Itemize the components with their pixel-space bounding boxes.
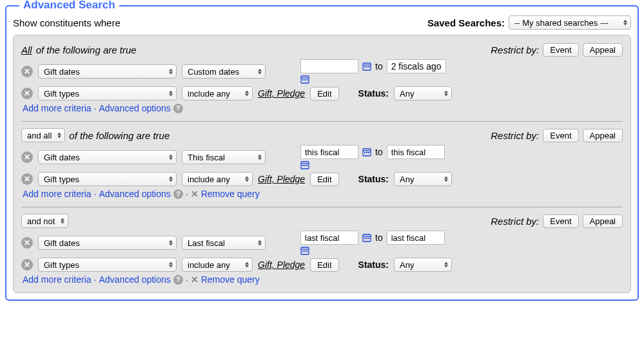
advanced-options-link[interactable]: Advanced options bbox=[99, 189, 170, 199]
remove-query-x-icon[interactable]: ✕ bbox=[191, 274, 199, 285]
include-select[interactable]: include any bbox=[182, 258, 253, 272]
query-panel: All of the following are true Restrict b… bbox=[13, 35, 631, 293]
field-select[interactable]: Gift types bbox=[38, 258, 177, 272]
gift-pledge-link[interactable]: Gift, Pledge bbox=[258, 174, 305, 184]
calendar-icon[interactable] bbox=[300, 75, 309, 84]
calendar-icon[interactable] bbox=[362, 147, 371, 157]
svg-rect-27 bbox=[302, 251, 304, 252]
include-select[interactable]: include any bbox=[182, 172, 253, 186]
remove-criteria-icon[interactable]: ✕ bbox=[21, 237, 33, 249]
svg-rect-13 bbox=[366, 152, 367, 153]
restrict-event-button[interactable]: Event bbox=[543, 43, 578, 57]
from-date-input[interactable] bbox=[300, 231, 358, 245]
join-select[interactable]: and not bbox=[21, 214, 68, 228]
remove-criteria-icon[interactable]: ✕ bbox=[21, 88, 33, 99]
help-icon[interactable]: ? bbox=[173, 104, 183, 113]
gift-pledge-link[interactable]: Gift, Pledge bbox=[258, 88, 305, 99]
group-title: and all of the following are true bbox=[21, 128, 170, 142]
restrict-event-button[interactable]: Event bbox=[543, 214, 578, 228]
restrict-controls: Restrict by: Event Appeal bbox=[491, 43, 623, 57]
from-date-input[interactable] bbox=[300, 145, 358, 159]
updown-icon bbox=[245, 91, 249, 97]
advanced-options-link[interactable]: Advanced options bbox=[99, 103, 170, 113]
updown-icon bbox=[169, 240, 173, 246]
svg-rect-24 bbox=[368, 238, 369, 239]
field-select[interactable]: Gift dates bbox=[38, 150, 177, 164]
to-date-input[interactable] bbox=[387, 145, 445, 159]
remove-query-link[interactable]: Remove query bbox=[201, 189, 260, 199]
updown-icon bbox=[169, 91, 173, 97]
remove-criteria-icon[interactable]: ✕ bbox=[21, 66, 33, 77]
svg-rect-22 bbox=[364, 238, 366, 239]
status-label: Status: bbox=[358, 88, 389, 99]
query-group: All of the following are true Restrict b… bbox=[21, 41, 623, 117]
saved-searches: Saved Searches: -- My shared searches --… bbox=[427, 15, 631, 30]
restrict-appeal-button[interactable]: Appeal bbox=[583, 43, 623, 57]
edit-button[interactable]: Edit bbox=[310, 87, 338, 100]
svg-rect-8 bbox=[304, 79, 306, 81]
criteria-row: ✕ Gift dates Last fiscal to bbox=[21, 231, 623, 255]
updown-icon bbox=[169, 69, 173, 75]
add-more-criteria-link[interactable]: Add more criteria bbox=[23, 274, 92, 285]
help-icon[interactable]: ? bbox=[173, 189, 183, 199]
updown-icon bbox=[245, 176, 249, 182]
from-date-input[interactable] bbox=[300, 59, 358, 73]
updown-icon bbox=[258, 155, 262, 160]
help-icon[interactable]: ? bbox=[173, 275, 183, 285]
edit-button[interactable]: Edit bbox=[310, 258, 338, 272]
restrict-event-button[interactable]: Event bbox=[543, 129, 578, 142]
to-label: to bbox=[375, 61, 383, 71]
restrict-controls: Restrict by: Event Appeal bbox=[491, 129, 623, 142]
add-more-criteria-link[interactable]: Add more criteria bbox=[23, 103, 92, 113]
group-header: All of the following are true Restrict b… bbox=[21, 43, 623, 57]
group-title: and not bbox=[21, 214, 68, 228]
status-select[interactable]: Any bbox=[394, 86, 452, 100]
svg-rect-7 bbox=[302, 79, 304, 81]
all-link[interactable]: All bbox=[21, 44, 32, 55]
svg-rect-17 bbox=[302, 165, 304, 166]
group-footer: Add more criteria · Advanced options ? ·… bbox=[21, 274, 623, 285]
remove-criteria-icon[interactable]: ✕ bbox=[21, 151, 33, 163]
field-select[interactable]: Gift types bbox=[38, 172, 177, 186]
saved-searches-label: Saved Searches: bbox=[427, 17, 505, 28]
restrict-appeal-button[interactable]: Appeal bbox=[583, 214, 623, 228]
calendar-icon[interactable] bbox=[362, 62, 371, 71]
edit-button[interactable]: Edit bbox=[310, 173, 338, 186]
svg-rect-19 bbox=[306, 165, 307, 166]
criteria-row: ✕ Gift dates This fiscal to bbox=[21, 145, 623, 169]
updown-icon bbox=[169, 262, 173, 268]
query-group: and not Restrict by: Event Appeal ✕ Gift… bbox=[21, 207, 623, 289]
restrict-appeal-button[interactable]: Appeal bbox=[583, 129, 623, 142]
remove-query-link[interactable]: Remove query bbox=[201, 274, 260, 285]
field-select[interactable]: Gift dates bbox=[38, 236, 177, 250]
group-footer: Add more criteria · Advanced options ? ·… bbox=[21, 189, 623, 199]
header-row: Show constituents where Saved Searches: … bbox=[13, 15, 631, 30]
updown-icon bbox=[57, 133, 61, 138]
svg-rect-2 bbox=[364, 66, 366, 68]
status-select[interactable]: Any bbox=[394, 172, 452, 186]
join-select[interactable]: and all bbox=[21, 128, 65, 142]
calendar-icon[interactable] bbox=[300, 160, 309, 169]
to-date-input[interactable] bbox=[387, 231, 445, 245]
advanced-options-link[interactable]: Advanced options bbox=[99, 274, 170, 285]
date-range-select[interactable]: Custom dates bbox=[182, 64, 266, 79]
remove-criteria-icon[interactable]: ✕ bbox=[21, 259, 33, 271]
updown-icon bbox=[623, 20, 627, 26]
calendar-icon[interactable] bbox=[300, 246, 309, 255]
date-range-select[interactable]: Last fiscal bbox=[182, 236, 266, 250]
status-select[interactable]: Any bbox=[394, 258, 452, 272]
gift-pledge-link[interactable]: Gift, Pledge bbox=[258, 260, 305, 270]
remove-query-x-icon[interactable]: ✕ bbox=[191, 189, 199, 199]
calendar-icon[interactable] bbox=[362, 233, 371, 242]
date-range-select[interactable]: This fiscal bbox=[182, 150, 266, 164]
restrict-label: Restrict by: bbox=[491, 44, 539, 55]
field-select[interactable]: Gift types bbox=[38, 86, 177, 100]
include-select[interactable]: include any bbox=[182, 86, 253, 100]
add-more-criteria-link[interactable]: Add more criteria bbox=[23, 189, 92, 199]
saved-searches-select[interactable]: -- My shared searches --- bbox=[509, 15, 631, 30]
updown-icon bbox=[169, 155, 173, 160]
restrict-label: Restrict by: bbox=[491, 216, 539, 227]
remove-criteria-icon[interactable]: ✕ bbox=[21, 173, 33, 185]
group-header: and not Restrict by: Event Appeal bbox=[21, 214, 623, 228]
field-select[interactable]: Gift dates bbox=[38, 64, 177, 79]
